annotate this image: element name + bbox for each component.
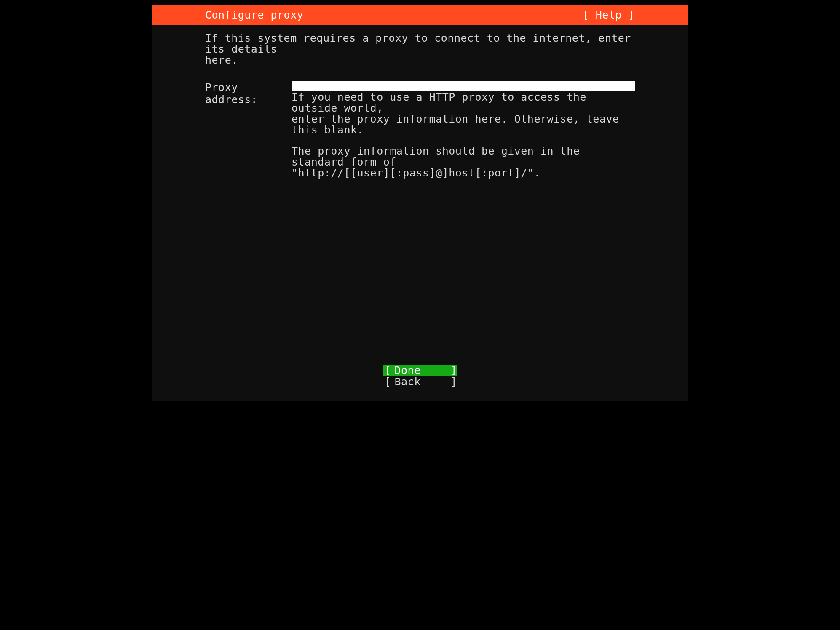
bracket-right: ] — [451, 376, 456, 387]
header: Configure proxy [ Help ] — [152, 5, 688, 25]
proxy-field-container: If you need to use a HTTP proxy to acces… — [292, 81, 635, 179]
done-button-label: Done — [395, 365, 451, 376]
page-title: Configure proxy — [205, 9, 303, 21]
back-button-label: Back — [395, 376, 451, 387]
button-bar: [ Done ] [ Back ] — [152, 365, 688, 387]
bracket-left: [ — [385, 376, 395, 387]
content-area: If this system requires a proxy to conne… — [152, 25, 688, 179]
proxy-help-text-1: If you need to use a HTTP proxy to acces… — [292, 92, 635, 136]
help-button[interactable]: [ Help ] — [583, 9, 635, 21]
proxy-address-input[interactable] — [292, 81, 635, 91]
top-bar — [152, 0, 688, 5]
back-button[interactable]: [ Back ] — [383, 376, 457, 387]
proxy-address-label: Proxy address: — [205, 81, 292, 106]
proxy-help-text-2: The proxy information should be given in… — [292, 146, 635, 179]
bracket-right: ] — [451, 365, 456, 376]
installer-window: Configure proxy [ Help ] If this system … — [152, 0, 688, 401]
done-button[interactable]: [ Done ] — [383, 365, 457, 376]
proxy-form-row: Proxy address: If you need to use a HTTP… — [205, 81, 635, 179]
intro-text: If this system requires a proxy to conne… — [205, 33, 635, 66]
bracket-left: [ — [385, 365, 395, 376]
